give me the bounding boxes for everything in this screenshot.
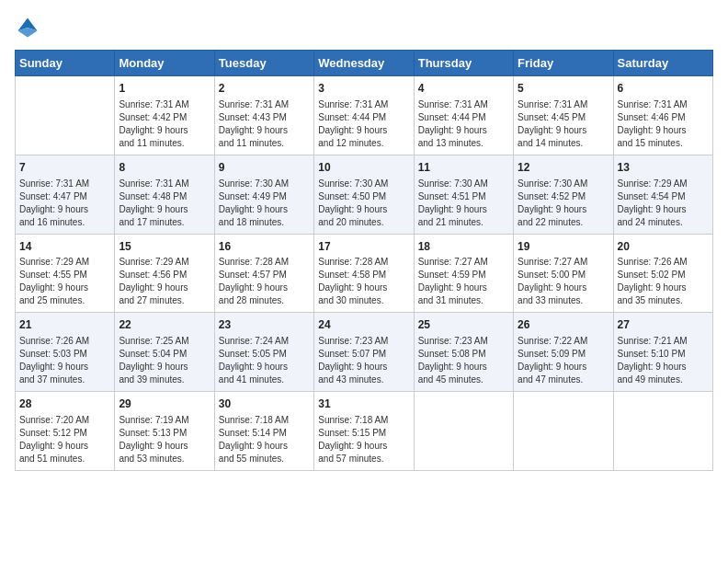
day-info: Daylight: 9 hours — [418, 361, 509, 373]
day-info: Sunrise: 7:31 AM — [418, 98, 509, 111]
day-info: Sunrise: 7:30 AM — [318, 178, 409, 190]
header — [15, 15, 713, 40]
logo — [15, 15, 44, 40]
page: SundayMondayTuesdayWednesdayThursdayFrid… — [0, 0, 728, 563]
weekday-header-saturday: Saturday — [613, 51, 712, 76]
day-info: Sunset: 5:12 PM — [19, 427, 110, 440]
day-number: 15 — [119, 239, 210, 255]
day-info: Sunset: 5:15 PM — [318, 427, 409, 440]
day-info: Daylight: 9 hours — [119, 282, 210, 294]
weekday-header-wednesday: Wednesday — [314, 51, 414, 76]
calendar-cell: 6Sunrise: 7:31 AMSunset: 4:46 PMDaylight… — [613, 76, 712, 155]
day-info: Daylight: 9 hours — [19, 440, 110, 453]
calendar-cell: 17Sunrise: 7:28 AMSunset: 4:58 PMDayligh… — [314, 234, 414, 313]
day-info: Sunset: 5:04 PM — [119, 348, 210, 361]
day-info: Sunrise: 7:29 AM — [618, 178, 709, 190]
day-info: Daylight: 9 hours — [219, 203, 310, 216]
day-info: Sunset: 5:00 PM — [518, 269, 609, 282]
calendar-cell: 13Sunrise: 7:29 AMSunset: 4:54 PMDayligh… — [613, 155, 712, 234]
day-info: Sunrise: 7:30 AM — [418, 178, 509, 190]
calendar-cell: 8Sunrise: 7:31 AMSunset: 4:48 PMDaylight… — [115, 155, 214, 234]
day-info: Sunrise: 7:31 AM — [618, 98, 709, 111]
day-info: and 31 minutes. — [418, 294, 509, 307]
day-info: Sunrise: 7:31 AM — [119, 178, 210, 190]
day-info: Daylight: 9 hours — [518, 361, 609, 373]
day-info: and 51 minutes. — [19, 453, 110, 465]
day-info: Daylight: 9 hours — [318, 361, 409, 373]
calendar-cell: 20Sunrise: 7:26 AMSunset: 5:02 PMDayligh… — [613, 234, 712, 313]
day-info: and 24 minutes. — [618, 216, 709, 229]
day-number: 12 — [518, 160, 609, 176]
weekday-header-row: SundayMondayTuesdayWednesdayThursdayFrid… — [16, 51, 713, 76]
day-number: 20 — [618, 239, 709, 255]
day-number: 16 — [219, 239, 310, 255]
day-info: and 14 minutes. — [518, 137, 609, 150]
calendar-cell: 23Sunrise: 7:24 AMSunset: 5:05 PMDayligh… — [214, 313, 313, 392]
day-info: Sunrise: 7:22 AM — [518, 335, 609, 348]
day-info: Sunrise: 7:18 AM — [318, 414, 409, 427]
calendar-cell: 31Sunrise: 7:18 AMSunset: 5:15 PMDayligh… — [314, 392, 414, 471]
day-info: and 15 minutes. — [618, 137, 709, 150]
day-info: Sunrise: 7:27 AM — [418, 256, 509, 269]
day-number: 9 — [219, 160, 310, 176]
day-number: 8 — [119, 160, 210, 176]
day-info: and 30 minutes. — [318, 294, 409, 307]
day-info: and 41 minutes. — [219, 373, 310, 386]
calendar-week-row: 14Sunrise: 7:29 AMSunset: 4:55 PMDayligh… — [16, 234, 713, 313]
day-info: Sunrise: 7:31 AM — [518, 98, 609, 111]
calendar-cell: 24Sunrise: 7:23 AMSunset: 5:07 PMDayligh… — [314, 313, 414, 392]
day-info: Sunrise: 7:18 AM — [219, 414, 310, 427]
day-info: Sunrise: 7:26 AM — [19, 335, 110, 348]
day-info: Daylight: 9 hours — [219, 282, 310, 294]
day-info: and 21 minutes. — [418, 216, 509, 229]
day-info: Sunset: 4:59 PM — [418, 269, 509, 282]
day-info: Sunset: 4:50 PM — [318, 190, 409, 203]
calendar-cell: 19Sunrise: 7:27 AMSunset: 5:00 PMDayligh… — [514, 234, 613, 313]
day-number: 23 — [219, 317, 310, 333]
weekday-header-tuesday: Tuesday — [214, 51, 313, 76]
day-info: and 53 minutes. — [119, 453, 210, 465]
calendar-cell — [514, 392, 613, 471]
day-number: 4 — [418, 81, 509, 97]
day-info: and 55 minutes. — [219, 453, 310, 465]
day-info: Daylight: 9 hours — [518, 282, 609, 294]
calendar-cell: 15Sunrise: 7:29 AMSunset: 4:56 PMDayligh… — [115, 234, 214, 313]
day-info: Sunset: 5:09 PM — [518, 348, 609, 361]
calendar-cell: 28Sunrise: 7:20 AMSunset: 5:12 PMDayligh… — [16, 392, 115, 471]
calendar-cell: 9Sunrise: 7:30 AMSunset: 4:49 PMDaylight… — [214, 155, 313, 234]
day-info: Daylight: 9 hours — [618, 124, 709, 137]
day-info: and 25 minutes. — [19, 294, 110, 307]
day-info: and 22 minutes. — [518, 216, 609, 229]
day-info: Sunrise: 7:20 AM — [19, 414, 110, 427]
day-info: Daylight: 9 hours — [19, 203, 110, 216]
day-info: Daylight: 9 hours — [119, 203, 210, 216]
day-info: Daylight: 9 hours — [418, 203, 509, 216]
day-info: Sunrise: 7:26 AM — [618, 256, 709, 269]
day-info: Sunset: 5:10 PM — [618, 348, 709, 361]
day-info: Daylight: 9 hours — [219, 440, 310, 453]
calendar-cell: 22Sunrise: 7:25 AMSunset: 5:04 PMDayligh… — [115, 313, 214, 392]
day-info: Sunset: 5:02 PM — [618, 269, 709, 282]
day-number: 10 — [318, 160, 409, 176]
day-info: Daylight: 9 hours — [618, 203, 709, 216]
day-info: Daylight: 9 hours — [318, 203, 409, 216]
day-info: and 11 minutes. — [219, 137, 310, 150]
day-info: Daylight: 9 hours — [418, 282, 509, 294]
day-info: Sunset: 4:48 PM — [119, 190, 210, 203]
calendar-cell: 16Sunrise: 7:28 AMSunset: 4:57 PMDayligh… — [214, 234, 313, 313]
day-number: 25 — [418, 317, 509, 333]
day-info: and 45 minutes. — [418, 373, 509, 386]
day-info: Sunrise: 7:23 AM — [418, 335, 509, 348]
day-info: Sunrise: 7:31 AM — [119, 98, 210, 111]
calendar-cell: 7Sunrise: 7:31 AMSunset: 4:47 PMDaylight… — [16, 155, 115, 234]
day-number: 24 — [318, 317, 409, 333]
day-info: and 16 minutes. — [19, 216, 110, 229]
day-number: 28 — [19, 396, 110, 412]
calendar-cell — [16, 76, 115, 155]
day-info: Sunset: 4:52 PM — [518, 190, 609, 203]
day-info: Sunrise: 7:31 AM — [318, 98, 409, 111]
logo-icon — [15, 15, 40, 40]
day-info: Sunrise: 7:28 AM — [219, 256, 310, 269]
calendar-cell: 11Sunrise: 7:30 AMSunset: 4:51 PMDayligh… — [414, 155, 513, 234]
day-number: 21 — [19, 317, 110, 333]
